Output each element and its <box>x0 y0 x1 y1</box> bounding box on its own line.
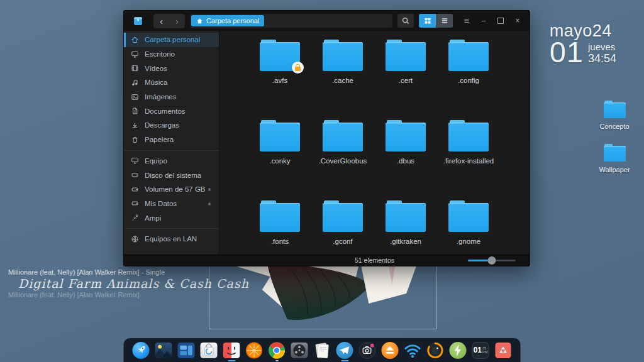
menu-button[interactable] <box>463 17 470 25</box>
wallpapers-dock-icon[interactable] <box>155 341 173 359</box>
folder-icon <box>448 40 489 71</box>
desktop-dock-icon[interactable] <box>177 341 196 359</box>
folder-icon <box>386 40 426 71</box>
datetime-dock-icon[interactable]: 0135PM <box>472 341 490 359</box>
file-item[interactable]: .conky <box>248 115 311 195</box>
sidebar-item-label: Escritorio <box>145 50 175 58</box>
eject-icon[interactable] <box>206 200 213 207</box>
trash-dock-icon[interactable] <box>494 341 513 359</box>
sidebar-item-documentos[interactable]: Documentos <box>124 104 219 118</box>
grid-view-button[interactable] <box>419 14 436 28</box>
desktop-icon-label: Wallpaper <box>599 166 630 173</box>
file-item[interactable]: .firefox-installed <box>437 115 500 195</box>
sidebar-item-disco-del-sistema[interactable]: Disco del sistema <box>124 168 219 182</box>
clock-weekday: jueves <box>588 41 616 52</box>
list-view-button[interactable] <box>436 14 453 28</box>
file-manager-window: ‹ › Carpeta personal – × <box>123 10 530 266</box>
sidebar-item-descargas[interactable]: Descargas <box>124 118 219 133</box>
file-item[interactable]: .CoverGloobus <box>311 115 374 195</box>
file-item[interactable]: .gitkraken <box>374 195 437 255</box>
folder-icon <box>323 40 363 71</box>
zoom-slider-handle[interactable] <box>488 256 496 265</box>
file-name: .gitkraken <box>390 238 421 245</box>
sidebar-item-volumen-de-57-gb[interactable]: Volumen de 57 GB <box>124 182 219 197</box>
file-name: .conky <box>269 157 290 165</box>
file-item[interactable]: .dbus <box>374 115 437 195</box>
sidebar-item-equipo[interactable]: Equipo <box>124 154 219 168</box>
zoom-slider[interactable] <box>468 260 516 261</box>
window-controls: – × <box>463 17 521 25</box>
nav-buttons: ‹ › <box>153 14 185 28</box>
sidebar-item-label: Ampi <box>145 214 161 222</box>
file-name: .fonts <box>271 238 289 245</box>
file-item[interactable]: .cache <box>311 35 374 115</box>
file-item[interactable]: .fonts <box>248 195 311 255</box>
sidebar-item-m-sica[interactable]: Música <box>124 75 219 90</box>
notes-dock-icon[interactable] <box>313 341 331 359</box>
file-item[interactable]: .gnome <box>437 195 500 255</box>
sidebar-item-ampi[interactable]: Ampi <box>124 211 219 225</box>
sidebar-item-label: Vídeos <box>145 65 167 72</box>
sidebar-item-v-deos[interactable]: Vídeos <box>124 61 219 75</box>
running-indicator <box>341 360 348 362</box>
sidebar-item-label: Mis Datos <box>145 200 177 207</box>
chrome-dock-icon[interactable] <box>268 341 286 359</box>
sidebar-item-carpeta-personal[interactable]: Carpeta personal <box>124 33 219 47</box>
close-button[interactable]: × <box>514 17 521 25</box>
sidebar-item-escritorio[interactable]: Escritorio <box>124 47 219 62</box>
folder-icon <box>386 200 426 232</box>
reel-dock-icon[interactable] <box>291 341 309 359</box>
sidebar: Carpeta personalEscritorioVídeosMúsicaIm… <box>124 31 219 255</box>
finder-dock-icon[interactable] <box>223 341 241 359</box>
clock-time: 34:54 <box>588 52 616 65</box>
file-name: .config <box>458 77 479 84</box>
camera-dock-icon[interactable] <box>358 341 377 359</box>
folder-icon <box>604 144 626 162</box>
back-button[interactable]: ‹ <box>153 14 169 28</box>
knob-dock-icon[interactable] <box>426 341 445 359</box>
list-view-icon <box>440 16 449 25</box>
forward-button[interactable]: › <box>169 14 185 28</box>
folder-icon <box>386 120 426 151</box>
desktop-icon-concepto[interactable]: Concepto <box>599 101 629 130</box>
telegram-dock-icon[interactable] <box>336 341 354 359</box>
file-name: .CoverGloobus <box>319 157 367 165</box>
folder-icon <box>260 200 300 232</box>
sidebar-item-mis-datos[interactable]: Mis Datos <box>124 197 219 211</box>
sidebar-item-label: Carpeta personal <box>145 36 200 43</box>
wifi-dock-icon[interactable] <box>404 341 422 359</box>
file-item[interactable]: .avfs <box>248 35 311 115</box>
running-indicator <box>228 360 235 362</box>
file-name: .gconf <box>333 238 352 245</box>
maximize-button[interactable] <box>497 17 504 25</box>
file-item[interactable]: .gconf <box>311 195 374 255</box>
file-item[interactable]: .config <box>437 35 500 115</box>
eject-dock-icon[interactable] <box>381 341 399 359</box>
orange-dock-icon[interactable] <box>245 341 264 359</box>
search-button[interactable] <box>397 14 414 28</box>
folder-icon <box>323 200 363 232</box>
folder-icon <box>448 200 489 232</box>
running-indicator <box>275 360 279 362</box>
dock: 0135PM <box>124 338 521 362</box>
flash-dock-icon[interactable] <box>449 341 467 359</box>
sidebar-item-im-genes[interactable]: Imágenes <box>124 90 219 104</box>
launchpad-dock-icon[interactable] <box>132 341 150 359</box>
sidebar-divider <box>124 228 219 229</box>
file-name: .gnome <box>457 238 480 245</box>
breadcrumb[interactable]: Carpeta personal <box>191 15 264 26</box>
sidebar-item-equipos-en-lan[interactable]: Equipos en LAN <box>124 232 219 246</box>
app-store-dock-icon[interactable] <box>200 341 218 359</box>
desktop-icon-wallpaper[interactable]: Wallpaper <box>599 144 630 173</box>
sidebar-item-label: Imágenes <box>145 93 177 101</box>
path-bar[interactable]: Carpeta personal <box>190 14 392 28</box>
file-item[interactable]: .cert <box>374 35 437 115</box>
window-toolbar: ‹ › Carpeta personal – × <box>124 11 530 31</box>
sidebar-item-label: Disco del sistema <box>145 172 201 179</box>
clock-day: 01 <box>550 40 584 65</box>
eject-icon[interactable] <box>206 186 213 192</box>
minimize-button[interactable]: – <box>480 17 487 25</box>
lock-emblem-icon <box>292 62 304 74</box>
sidebar-item-papelera[interactable]: Papelera <box>124 133 219 147</box>
sidebar-item-label: Documentos <box>145 107 186 115</box>
